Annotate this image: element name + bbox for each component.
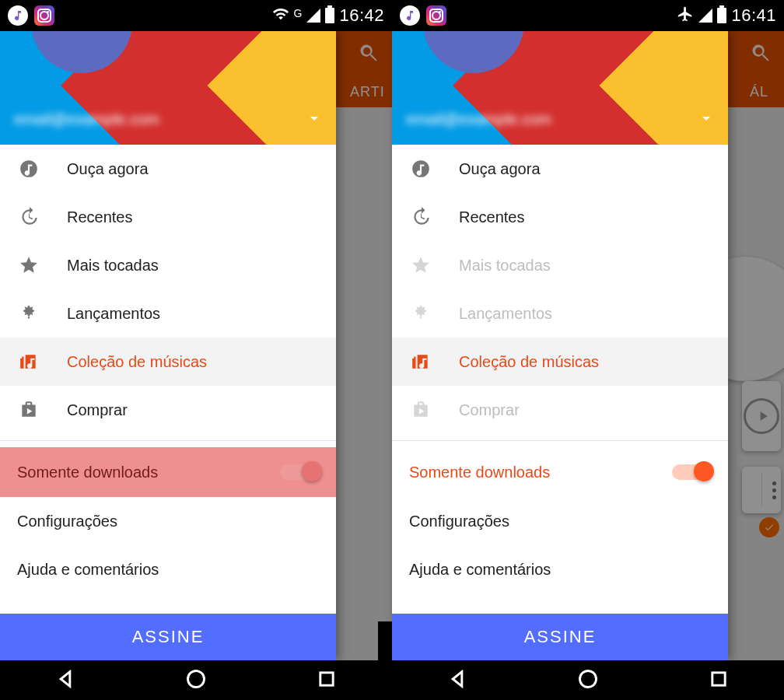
visible-tab-fragment[interactable]: ARTI (350, 84, 385, 100)
nav-item-label: Mais tocadas (459, 257, 551, 275)
phone-right: 16:41 ÁL (392, 0, 784, 700)
nav-item-label: Ouça agora (67, 160, 149, 178)
nav-item-label: Ajuda e comentários (17, 561, 159, 579)
clock: 16:41 (731, 5, 776, 26)
nav-item-label: Ajuda e comentários (409, 561, 551, 579)
status-bar: 16:41 (392, 0, 784, 31)
burst-icon (17, 303, 40, 324)
play-card[interactable] (742, 381, 781, 451)
instagram-notification-icon (34, 5, 54, 26)
nav-item-help[interactable]: Ajuda e comentários (392, 545, 728, 593)
nav-item-buy[interactable]: Comprar (0, 386, 336, 434)
library-icon (409, 352, 432, 372)
pinned-badge-icon (759, 517, 779, 537)
system-nav-bar (392, 660, 784, 700)
history-icon (409, 207, 432, 227)
nav-item-label: Ouça agora (459, 160, 541, 178)
nav-item-listen-now[interactable]: Ouça agora (392, 145, 728, 193)
play-icon[interactable] (744, 398, 779, 434)
airplane-mode-icon (677, 5, 694, 26)
nav-item-label: Coleção de músicas (67, 353, 207, 371)
account-email[interactable]: email@example.com (406, 107, 692, 131)
downloads-only-row[interactable]: Somente downloads (392, 447, 728, 497)
music-note-icon (17, 159, 40, 179)
instagram-notification-icon (426, 5, 446, 26)
nav-item-recent[interactable]: Recentes (0, 193, 336, 241)
back-button[interactable] (446, 668, 468, 693)
navigation-drawer: email@example.com Ouça agora Recentes (392, 31, 728, 660)
drawer-header[interactable]: email@example.com (0, 31, 336, 145)
nav-item-listen-now[interactable]: Ouça agora (0, 145, 336, 193)
battery-icon (325, 8, 334, 23)
subscribe-button[interactable]: ASSINE (392, 614, 728, 660)
track-card[interactable] (742, 467, 781, 513)
downloads-only-label: Somente downloads (409, 464, 550, 481)
nav-item-library[interactable]: Coleção de músicas (0, 338, 336, 386)
nav-item-label: Configurações (409, 513, 509, 530)
nav-item-label: Lançamentos (459, 305, 552, 323)
nav-item-library[interactable]: Coleção de músicas (392, 338, 728, 386)
downloads-only-row[interactable]: Somente downloads (0, 447, 336, 497)
nav-bar-edge (378, 621, 392, 660)
svg-rect-2 (320, 672, 333, 684)
divider (0, 440, 336, 441)
nav-item-label: Mais tocadas (67, 257, 159, 275)
cell-signal-icon (306, 9, 320, 23)
subscribe-label: ASSINE (132, 627, 205, 647)
downloads-only-switch[interactable] (672, 464, 712, 480)
nav-item-buy[interactable]: Comprar (392, 386, 728, 434)
downloads-only-switch[interactable] (280, 464, 320, 480)
search-icon[interactable] (750, 42, 772, 67)
nav-item-top-played[interactable]: Mais tocadas (0, 241, 336, 289)
overflow-icon[interactable] (772, 481, 776, 499)
nav-item-label: Coleção de músicas (459, 353, 599, 371)
phone-left: G 16:42 ARTI (0, 0, 392, 700)
shop-icon (17, 400, 40, 420)
back-button[interactable] (54, 668, 76, 693)
battery-icon (717, 8, 726, 23)
svg-rect-5 (712, 672, 725, 684)
music-notification-icon (400, 5, 420, 26)
clock: 16:42 (339, 5, 384, 26)
nav-item-top-played[interactable]: Mais tocadas (392, 241, 728, 289)
divider (392, 440, 728, 441)
drawer-header[interactable]: email@example.com (392, 31, 728, 145)
recents-button[interactable] (316, 668, 338, 693)
history-icon (17, 207, 40, 227)
account-dropdown-icon[interactable] (697, 109, 716, 131)
library-icon (17, 352, 40, 372)
nav-item-label: Comprar (459, 401, 520, 419)
nav-item-label: Configurações (17, 513, 117, 530)
wifi-icon (272, 5, 289, 26)
home-button[interactable] (577, 668, 599, 693)
svg-point-1 (188, 670, 205, 687)
navigation-drawer: email@example.com Ouça agora Recentes (0, 31, 336, 660)
visible-tab-fragment[interactable]: ÁL (750, 84, 768, 100)
subscribe-label: ASSINE (524, 627, 597, 647)
recents-button[interactable] (708, 668, 730, 693)
star-icon (17, 255, 40, 275)
home-button[interactable] (185, 668, 207, 693)
nav-item-releases[interactable]: Lançamentos (392, 289, 728, 338)
nav-item-recent[interactable]: Recentes (392, 193, 728, 241)
subscribe-button[interactable]: ASSINE (0, 614, 336, 660)
system-nav-bar (0, 660, 392, 700)
star-icon (409, 255, 432, 275)
nav-item-settings[interactable]: Configurações (0, 497, 336, 545)
nav-item-releases[interactable]: Lançamentos (0, 289, 336, 338)
nav-item-label: Comprar (67, 401, 128, 419)
downloads-only-label: Somente downloads (17, 464, 158, 481)
svg-point-4 (580, 670, 597, 687)
nav-item-help[interactable]: Ajuda e comentários (0, 545, 336, 593)
status-bar: G 16:42 (0, 0, 392, 31)
nav-item-label: Lançamentos (67, 305, 160, 323)
cell-signal-icon (698, 9, 712, 23)
nav-item-settings[interactable]: Configurações (392, 497, 728, 545)
account-dropdown-icon[interactable] (305, 109, 324, 131)
music-notification-icon (8, 5, 28, 26)
shop-icon (409, 400, 432, 420)
burst-icon (409, 303, 432, 324)
account-email[interactable]: email@example.com (14, 107, 300, 131)
network-type-indicator: G (294, 7, 303, 19)
search-icon[interactable] (358, 42, 380, 67)
